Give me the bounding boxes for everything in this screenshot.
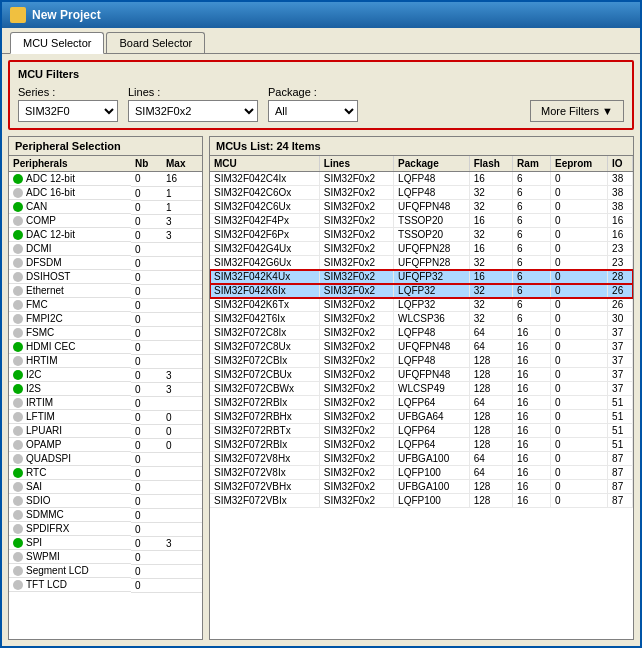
peri-max-cell: 16 [162, 172, 202, 187]
tab-board-selector[interactable]: Board Selector [106, 32, 205, 53]
mcu-ram-cell: 6 [513, 298, 551, 312]
table-row[interactable]: SIM32F072V8Ix SIM32F0x2 LQFP100 64 16 0 … [210, 466, 633, 480]
list-item[interactable]: SPI 0 3 [9, 536, 202, 550]
list-item[interactable]: COMP 0 3 [9, 214, 202, 228]
gray-dot [13, 216, 23, 226]
mcu-io-cell: 51 [608, 424, 633, 438]
list-item[interactable]: SAI 0 [9, 480, 202, 494]
peri-max-cell [162, 522, 202, 536]
mcu-lines-cell: SIM32F0x2 [319, 298, 393, 312]
list-item[interactable]: SWPMI 0 [9, 550, 202, 564]
mcu-flash-cell: 16 [469, 172, 512, 186]
main-content: MCU Filters Series : SIM32F0 Lines : SIM… [2, 54, 640, 646]
table-row[interactable]: SIM32F042F6Px SIM32F0x2 TSSOP20 32 6 0 1… [210, 228, 633, 242]
list-item[interactable]: DSIHOST 0 [9, 270, 202, 284]
lines-select[interactable]: SIM32F0x2 [128, 100, 258, 122]
package-select[interactable]: All [268, 100, 358, 122]
table-row[interactable]: SIM32F072RBHx SIM32F0x2 UFBGA64 128 16 0… [210, 410, 633, 424]
peri-nb-cell: 0 [131, 522, 162, 536]
list-item[interactable]: HRTIM 0 [9, 354, 202, 368]
tab-mcu-selector[interactable]: MCU Selector [10, 32, 104, 54]
table-row[interactable]: SIM32F042C6Ox SIM32F0x2 LQFP48 32 6 0 38 [210, 186, 633, 200]
mcu-lines-cell: SIM32F0x2 [319, 340, 393, 354]
table-row[interactable]: SIM32F042C6Ux SIM32F0x2 UFQFPN48 32 6 0 … [210, 200, 633, 214]
peri-max-cell [162, 284, 202, 298]
mcu-package-cell: TSSOP20 [394, 214, 470, 228]
list-item[interactable]: FSMC 0 [9, 326, 202, 340]
list-item[interactable]: I2C 0 3 [9, 368, 202, 382]
table-row[interactable]: SIM32F042T6Ix SIM32F0x2 WLCSP36 32 6 0 3… [210, 312, 633, 326]
peri-name-cell: SDIO [9, 494, 131, 508]
table-row[interactable]: SIM32F042K4Ux SIM32F0x2 UFQFP32 16 6 0 2… [210, 270, 633, 284]
list-item[interactable]: I2S 0 3 [9, 382, 202, 396]
table-row[interactable]: SIM32F072RBIx SIM32F0x2 LQFP64 64 16 0 5… [210, 396, 633, 410]
table-row[interactable]: SIM32F042K6Tx SIM32F0x2 LQFP32 32 6 0 26 [210, 298, 633, 312]
peri-max-cell [162, 452, 202, 466]
table-row[interactable]: SIM32F042K6Ix SIM32F0x2 LQFP32 32 6 0 26 [210, 284, 633, 298]
table-row[interactable]: SIM32F072CBIx SIM32F0x2 LQFP48 128 16 0 … [210, 354, 633, 368]
list-item[interactable]: Ethernet 0 [9, 284, 202, 298]
mcu-name-cell: SIM32F042C4Ix [210, 172, 319, 186]
table-row[interactable]: SIM32F042G6Ux SIM32F0x2 UFQFPN28 32 6 0 … [210, 256, 633, 270]
peri-max-cell [162, 242, 202, 256]
table-row[interactable]: SIM32F072RBTx SIM32F0x2 LQFP64 128 16 0 … [210, 424, 633, 438]
list-item[interactable]: ADC 12-bit 0 16 [9, 172, 202, 187]
table-row[interactable]: SIM32F072VBIx SIM32F0x2 LQFP100 128 16 0… [210, 494, 633, 508]
list-item[interactable]: LPUARI 0 0 [9, 424, 202, 438]
list-item[interactable]: DCMI 0 [9, 242, 202, 256]
list-item[interactable]: SDIO 0 [9, 494, 202, 508]
table-row[interactable]: SIM32F042G4Ux SIM32F0x2 UFQFPN28 16 6 0 … [210, 242, 633, 256]
gray-dot [13, 328, 23, 338]
mcu-lines-cell: SIM32F0x2 [319, 312, 393, 326]
green-dot [13, 342, 23, 352]
peri-nb-cell: 0 [131, 298, 162, 312]
peri-name-cell: Segment LCD [9, 564, 131, 578]
mcu-lines-cell: SIM32F0x2 [319, 172, 393, 186]
list-item[interactable]: OPAMP 0 0 [9, 438, 202, 452]
peri-nb-cell: 0 [131, 494, 162, 508]
list-item[interactable]: SDMMC 0 [9, 508, 202, 522]
mcu-flash-cell: 32 [469, 284, 512, 298]
list-item[interactable]: CAN 0 1 [9, 200, 202, 214]
mcu-panel-title: MCUs List: 24 Items [210, 137, 633, 156]
list-item[interactable]: LFTIM 0 0 [9, 410, 202, 424]
mcu-ram-cell: 6 [513, 172, 551, 186]
mcu-io-cell: 38 [608, 172, 633, 186]
list-item[interactable]: DAC 12-bit 0 3 [9, 228, 202, 242]
table-row[interactable]: SIM32F072V8Hx SIM32F0x2 UFBGA100 64 16 0… [210, 452, 633, 466]
mcu-io-cell: 23 [608, 256, 633, 270]
list-item[interactable]: HDMI CEC 0 [9, 340, 202, 354]
peri-max-cell [162, 270, 202, 284]
table-row[interactable]: SIM32F072C8Ix SIM32F0x2 LQFP48 64 16 0 3… [210, 326, 633, 340]
series-select[interactable]: SIM32F0 [18, 100, 118, 122]
mcu-io-cell: 87 [608, 494, 633, 508]
table-row[interactable]: SIM32F042F4Px SIM32F0x2 TSSOP20 16 6 0 1… [210, 214, 633, 228]
list-item[interactable]: FMC 0 [9, 298, 202, 312]
list-item[interactable]: IRTIM 0 [9, 396, 202, 410]
list-item[interactable]: SPDIFRX 0 [9, 522, 202, 536]
table-row[interactable]: SIM32F072CBWx SIM32F0x2 WLCSP49 128 16 0… [210, 382, 633, 396]
peri-max-cell [162, 508, 202, 522]
gray-dot [13, 398, 23, 408]
table-row[interactable]: SIM32F072C8Ux SIM32F0x2 UFQFPN48 64 16 0… [210, 340, 633, 354]
mcu-name-cell: SIM32F072RBIx [210, 438, 319, 452]
gray-dot [13, 482, 23, 492]
mcu-package-cell: LQFP32 [394, 298, 470, 312]
list-item[interactable]: DFSDM 0 [9, 256, 202, 270]
peri-name-cell: OPAMP [9, 438, 131, 452]
list-item[interactable]: ADC 16-bit 0 1 [9, 186, 202, 200]
table-row[interactable]: SIM32F042C4Ix SIM32F0x2 LQFP48 16 6 0 38 [210, 172, 633, 186]
mcu-eeprom-cell: 0 [551, 200, 608, 214]
peri-name-cell: RTC [9, 466, 131, 480]
list-item[interactable]: Segment LCD 0 [9, 564, 202, 578]
list-item[interactable]: QUADSPI 0 [9, 452, 202, 466]
table-row[interactable]: SIM32F072VBHx SIM32F0x2 UFBGA100 128 16 … [210, 480, 633, 494]
more-filters-button[interactable]: More Filters ▼ [530, 100, 624, 122]
list-item[interactable]: TFT LCD 0 [9, 578, 202, 592]
list-item[interactable]: FMPI2C 0 [9, 312, 202, 326]
table-row[interactable]: SIM32F072CBUx SIM32F0x2 UFQFPN48 128 16 … [210, 368, 633, 382]
list-item[interactable]: RTC 0 [9, 466, 202, 480]
table-row[interactable]: SIM32F072RBIx SIM32F0x2 LQFP64 128 16 0 … [210, 438, 633, 452]
peri-nb-cell: 0 [131, 256, 162, 270]
peri-name-cell: SAI [9, 480, 131, 494]
